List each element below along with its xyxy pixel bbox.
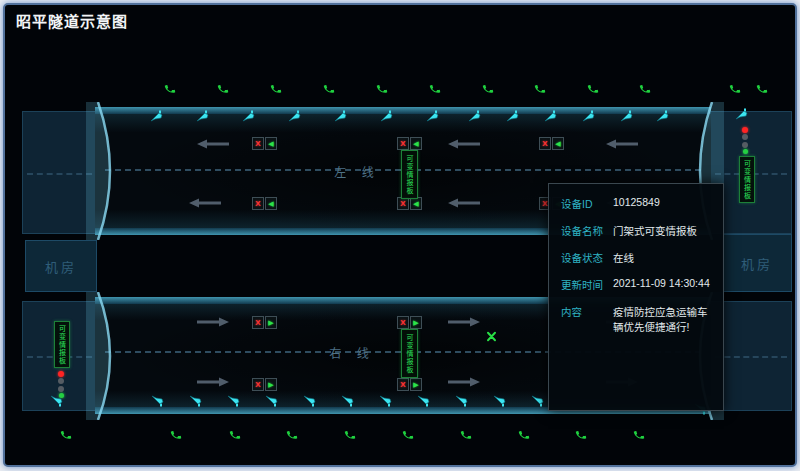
emergency-phone-icon[interactable] (633, 429, 645, 441)
emergency-phone-icon[interactable] (376, 83, 388, 95)
emergency-phone-icon[interactable] (429, 83, 441, 95)
popup-row: 更新时间 2021-11-09 14:30:44 (549, 271, 723, 298)
cctv-camera-icon[interactable] (227, 394, 240, 407)
cctv-camera-icon[interactable] (426, 110, 439, 123)
red-cross-signal-icon: X (539, 137, 551, 150)
emergency-phone-icon[interactable] (217, 83, 229, 95)
emergency-phone-icon[interactable] (482, 83, 494, 95)
cctv-camera-icon[interactable] (151, 394, 164, 407)
popup-row-label: 设备状态 (561, 250, 613, 265)
entrance-signal-lights-upper-right[interactable] (740, 125, 750, 156)
emergency-phone-icon[interactable] (460, 429, 472, 441)
emergency-phone-icon[interactable] (587, 83, 599, 95)
off-light-icon (742, 134, 748, 140)
red-cross-signal-icon: X (252, 316, 264, 329)
emergency-phone-icon[interactable] (518, 429, 530, 441)
red-cross-signal-icon: X (252, 197, 264, 210)
popup-row: 设备状态 在线 (549, 244, 723, 271)
cctv-camera-icon[interactable] (735, 108, 748, 121)
cctv-camera-icon[interactable] (531, 394, 544, 407)
emergency-phone-icon[interactable] (164, 83, 176, 95)
left-line-label: 左 线 (334, 163, 379, 180)
cctv-camera-icon[interactable] (242, 110, 255, 123)
cctv-camera-icon[interactable] (50, 394, 63, 407)
vms-sign-upper[interactable]: 可变情报板 (401, 150, 418, 199)
emergency-phone-icon[interactable] (402, 429, 414, 441)
cctv-camera-icon[interactable] (620, 110, 633, 123)
jet-fan-icon[interactable] (486, 331, 497, 342)
emergency-phone-icon[interactable] (344, 429, 356, 441)
popup-row: 内容 疫情防控应急运输车辆优先便捷通行! (549, 298, 723, 340)
cctv-camera-icon[interactable] (506, 110, 519, 123)
vms-sign-lower[interactable]: 可变情报板 (401, 329, 418, 378)
red-cross-signal-icon: X (252, 378, 264, 391)
cctv-camera-icon[interactable] (417, 394, 430, 407)
lane-signal[interactable]: X ◀ (539, 137, 564, 150)
emergency-phone-icon[interactable] (534, 83, 546, 95)
cctv-camera-icon[interactable] (334, 110, 347, 123)
cctv-camera-icon[interactable] (341, 394, 354, 407)
lane-signal[interactable]: X ◀ (252, 137, 277, 150)
lane-signal[interactable]: X ▶ (397, 378, 422, 391)
cctv-camera-icon[interactable] (265, 394, 278, 407)
device-info-popup: 设备ID 10125849 设备名称 门架式可变情报板 设备状态 在线 更新时间… (548, 183, 724, 411)
left-arrow-icon (197, 139, 229, 149)
vms-sign-text: 可变情报板 (406, 155, 413, 195)
machine-room-right: 机房 (722, 234, 792, 292)
page-title: 昭平隧道示意图 (16, 10, 128, 31)
cctv-camera-icon[interactable] (656, 110, 669, 123)
cctv-camera-icon[interactable] (379, 394, 392, 407)
red-cross-signal-icon: X (397, 316, 409, 329)
vms-sign-entrance-left[interactable]: 可变情报板 (54, 321, 70, 368)
left-arrow-icon (448, 198, 480, 208)
green-arrow-signal-icon: ▶ (265, 378, 277, 391)
tunnel-diagram: 昭平隧道示意图 左 线 右 线 机房 机房 (3, 3, 797, 467)
green-arrow-signal-icon: ◀ (265, 137, 277, 150)
lane-signal[interactable]: X ◀ (397, 137, 422, 150)
road-dash-line (715, 356, 787, 358)
emergency-phone-icon[interactable] (639, 83, 651, 95)
green-arrow-signal-icon: ◀ (410, 137, 422, 150)
red-light-icon (58, 371, 64, 377)
cctv-camera-icon[interactable] (196, 110, 209, 123)
red-light-icon (742, 127, 748, 133)
lane-signal[interactable]: X ▶ (252, 316, 277, 329)
cctv-camera-icon[interactable] (582, 110, 595, 123)
cctv-camera-icon[interactable] (493, 394, 506, 407)
lane-signal[interactable]: X ◀ (252, 197, 277, 210)
road-dash-line (27, 173, 92, 175)
cctv-camera-icon[interactable] (303, 394, 316, 407)
vms-sign-text: 可变情报板 (406, 334, 413, 374)
emergency-phone-icon[interactable] (270, 83, 282, 95)
cctv-camera-icon[interactable] (288, 110, 301, 123)
machine-room-left: 机房 (25, 240, 97, 292)
machine-room-label: 机房 (741, 254, 773, 273)
off-light-icon (58, 378, 64, 384)
cctv-camera-icon[interactable] (150, 110, 163, 123)
cctv-camera-icon[interactable] (380, 110, 393, 123)
green-light-icon (743, 149, 748, 154)
popup-row-value: 10125849 (613, 196, 660, 208)
emergency-phone-icon[interactable] (286, 429, 298, 441)
emergency-phone-icon[interactable] (323, 83, 335, 95)
cctv-camera-icon[interactable] (189, 394, 202, 407)
emergency-phone-icon[interactable] (575, 429, 587, 441)
popup-rows: 设备ID 10125849 设备名称 门架式可变情报板 设备状态 在线 更新时间… (549, 190, 723, 340)
emergency-phone-icon[interactable] (170, 429, 182, 441)
left-arrow-icon (448, 139, 480, 149)
right-arrow-icon (197, 377, 229, 387)
off-light-icon (742, 142, 748, 148)
cctv-camera-icon[interactable] (455, 394, 468, 407)
lane-signal[interactable]: X ▶ (397, 316, 422, 329)
cctv-camera-icon[interactable] (468, 110, 481, 123)
cctv-camera-icon[interactable] (544, 110, 557, 123)
emergency-phone-icon[interactable] (756, 83, 768, 95)
popup-row-value: 门架式可变情报板 (613, 223, 697, 238)
lane-signal[interactable]: X ▶ (252, 378, 277, 391)
emergency-phone-icon[interactable] (729, 83, 741, 95)
left-arrow-icon (606, 139, 638, 149)
popup-row-value: 在线 (613, 250, 634, 265)
emergency-phone-icon[interactable] (60, 429, 72, 441)
emergency-phone-icon[interactable] (229, 429, 241, 441)
vms-sign-entrance-right[interactable]: 可变情报板 (739, 156, 755, 203)
